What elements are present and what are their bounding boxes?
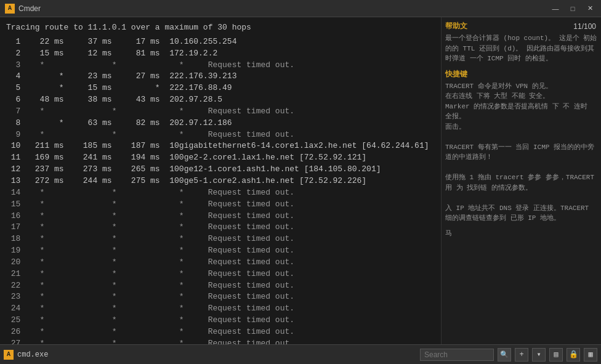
table-row: 1 22 ms 37 ms 17 ms 10.160.255.254	[6, 36, 435, 48]
table-row: 18 * * * Request timed out.	[6, 233, 435, 245]
table-row: 15 * * * Request timed out.	[6, 199, 435, 211]
table-row: 16 * * * Request timed out.	[6, 211, 435, 222]
right-panel: 11/100 帮助文 最一个登合计算器 (hop count)。 这是个 初始的…	[441, 17, 601, 344]
window-controls: — □ ✕	[549, 4, 596, 14]
layout-button[interactable]: ▤	[549, 348, 563, 362]
table-row: 10 211 ms 185 ms 187 ms 10gigabitetherne…	[6, 140, 435, 152]
right-title-2: 快捷键	[445, 69, 597, 79]
right-text-2: TRACERT 命令是对外 VPN 的见。在右连线 下将 大型 不能 安全。Ma…	[445, 81, 597, 224]
search-button[interactable]: 🔍	[498, 348, 511, 362]
table-row: 4 * 23 ms 27 ms 222.176.39.213	[6, 71, 435, 83]
table-row: 27 * * * Request timed out.	[6, 338, 435, 344]
table-row: 21 * * * Request timed out.	[6, 269, 435, 280]
lock-icon[interactable]: 🔒	[567, 348, 580, 362]
right-text-1: 最一个登合计算器 (hop count)。 这是个 初始的的 TTL 还回到 (…	[445, 33, 597, 64]
title-bar: A Cmder — □ ✕	[0, 0, 601, 17]
table-row: 24 * * * Request timed out.	[6, 303, 435, 315]
table-row: 5 * 15 ms * 222.176.88.49	[6, 83, 435, 94]
minimize-button[interactable]: —	[549, 4, 562, 14]
window-title: Cmder	[18, 4, 549, 13]
terminal-output[interactable]: Tracing route to 11.1.0.1 over a maximum…	[0, 17, 441, 344]
right-text-3: 马	[445, 229, 597, 239]
table-row: 14 * * * Request timed out.	[6, 187, 435, 199]
table-row: 7 * * * Request timed out.	[6, 106, 435, 118]
table-row: 23 * * * Request timed out.	[6, 291, 435, 303]
table-row: 20 * * * Request timed out.	[6, 257, 435, 269]
hop-count-label: 11/100	[573, 22, 596, 31]
table-row: 13 272 ms 244 ms 275 ms 100ge5-1.core2.a…	[6, 176, 435, 187]
process-name: cmd.exe	[17, 350, 215, 359]
table-row: 26 * * * Request timed out.	[6, 326, 435, 338]
dropdown-button[interactable]: ▾	[532, 348, 546, 362]
tracert-header: Tracing route to 11.1.0.1 over a maximum…	[6, 22, 435, 34]
table-row: 2 15 ms 12 ms 81 ms 172.19.2.2	[6, 48, 435, 60]
right-section-2: 快捷键 TRACERT 命令是对外 VPN 的见。在右连线 下将 大型 不能 安…	[445, 69, 597, 224]
app-icon: A	[5, 4, 15, 14]
grid-button[interactable]: ▦	[584, 348, 597, 362]
table-row: 6 48 ms 38 ms 43 ms 202.97.28.5	[6, 94, 435, 106]
search-input[interactable]	[420, 349, 494, 361]
status-app-icon: A	[4, 350, 14, 360]
table-row: 17 * * * Request timed out.	[6, 222, 435, 233]
right-section-3: 马	[445, 229, 597, 239]
table-row: 25 * * * Request timed out.	[6, 315, 435, 326]
maximize-button[interactable]: □	[567, 4, 579, 14]
hops-container: 1 22 ms 37 ms 17 ms 10.160.255.254 2 15 …	[6, 36, 435, 344]
close-button[interactable]: ✕	[584, 4, 596, 14]
table-row: 3 * * * Request timed out.	[6, 60, 435, 71]
main-wrapper: Tracing route to 11.1.0.1 over a maximum…	[0, 17, 601, 344]
table-row: 8 * 63 ms 82 ms 202.97.12.186	[6, 118, 435, 129]
table-row: 12 237 ms 273 ms 265 ms 100ge12-1.core1.…	[6, 164, 435, 176]
table-row: 19 * * * Request timed out.	[6, 245, 435, 257]
table-row: 22 * * * Request timed out.	[6, 280, 435, 292]
add-tab-button[interactable]: +	[515, 348, 528, 362]
table-row: 11 169 ms 241 ms 194 ms 100ge2-2.core1.l…	[6, 152, 435, 164]
status-bar: A cmd.exe 🔍 + ▾ ▤ 🔒 ▦	[0, 344, 601, 364]
table-row: 9 * * * Request timed out.	[6, 129, 435, 141]
